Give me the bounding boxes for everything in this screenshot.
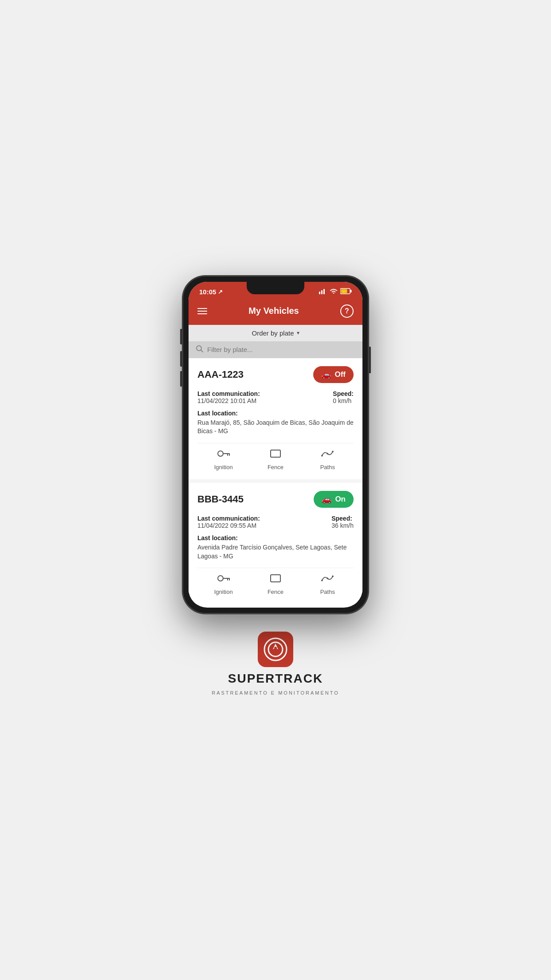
fence-icon bbox=[269, 573, 282, 586]
communication-value: 11/04/2022 09:55 AM bbox=[197, 522, 323, 529]
paths-icon bbox=[321, 449, 334, 461]
page-wrapper: 10:05 ↗ bbox=[138, 258, 413, 722]
paths-button[interactable]: Paths bbox=[310, 573, 345, 595]
chevron-down-icon: ▾ bbox=[297, 330, 299, 336]
key-icon bbox=[217, 449, 230, 461]
vehicle-plate: BBB-3445 bbox=[197, 494, 244, 505]
location-text: Rua Marajó, 85, São Joaquim de Bicas, Sã… bbox=[197, 419, 354, 436]
ignition-button[interactable]: Ignition bbox=[206, 449, 241, 470]
svg-point-23 bbox=[327, 577, 328, 579]
status-badge: 🚗 On bbox=[314, 491, 354, 508]
status-badge: 🚗 Off bbox=[313, 366, 354, 383]
car-icon: 🚗 bbox=[321, 370, 331, 379]
svg-rect-21 bbox=[271, 575, 280, 582]
svg-point-28 bbox=[274, 647, 277, 649]
location-text: Avenida Padre Tarcísio Gonçalves, Sete L… bbox=[197, 543, 354, 561]
vehicle-card: AAA-1223 🚗 Off Last communication: 11/04… bbox=[189, 358, 362, 479]
svg-rect-4 bbox=[350, 290, 352, 292]
status-time: 10:05 ↗ bbox=[199, 288, 223, 296]
speed-label: Speed: bbox=[333, 390, 354, 397]
key-icon bbox=[217, 573, 230, 586]
vehicle-header: AAA-1223 🚗 Off bbox=[197, 366, 354, 383]
speed-value: 0 km/h bbox=[333, 397, 354, 404]
vehicles-list: AAA-1223 🚗 Off Last communication: 11/04… bbox=[189, 358, 362, 604]
sort-bar[interactable]: Order by plate ▾ bbox=[189, 325, 362, 341]
sort-label: Order by plate bbox=[252, 329, 294, 337]
paths-icon bbox=[321, 573, 334, 586]
header-title: My Vehicles bbox=[248, 306, 299, 316]
communication-label: Last communication: bbox=[197, 390, 324, 397]
phone-screen: 10:05 ↗ bbox=[189, 282, 362, 608]
wifi-icon bbox=[330, 288, 338, 296]
brand-subtitle: RASTREAMENTO E MONITORAMENTO bbox=[212, 690, 339, 695]
fence-button[interactable]: Fence bbox=[258, 573, 293, 595]
svg-point-17 bbox=[218, 576, 223, 581]
search-icon bbox=[196, 345, 204, 355]
svg-rect-13 bbox=[271, 450, 280, 457]
search-bar bbox=[189, 341, 362, 358]
vehicle-plate: AAA-1223 bbox=[197, 369, 244, 380]
svg-point-22 bbox=[321, 580, 323, 581]
svg-line-8 bbox=[201, 350, 203, 352]
help-button[interactable]: ? bbox=[340, 304, 354, 318]
svg-point-16 bbox=[332, 450, 334, 452]
app-header: My Vehicles ? bbox=[189, 299, 362, 325]
location-arrow-icon: ↗ bbox=[218, 288, 223, 295]
search-input[interactable] bbox=[207, 346, 355, 353]
vehicle-card: BBB-3445 🚗 On Last communication: 11/04/… bbox=[189, 483, 362, 604]
svg-text:⚡: ⚡ bbox=[342, 289, 347, 294]
vehicle-info: Last communication: 11/04/2022 10:01 AM … bbox=[197, 390, 354, 404]
status-icons: ⚡ bbox=[319, 288, 352, 296]
svg-rect-1 bbox=[321, 290, 323, 294]
vehicle-info: Last communication: 11/04/2022 09:55 AM … bbox=[197, 515, 354, 529]
time-display: 10:05 bbox=[199, 288, 216, 296]
fence-label: Fence bbox=[268, 464, 283, 470]
branding: SUPERTRACK RASTREAMENTO E MONITORAMENTO bbox=[212, 632, 339, 695]
svg-point-15 bbox=[327, 453, 328, 454]
signal-icon bbox=[319, 288, 327, 296]
car-icon: 🚗 bbox=[322, 494, 331, 504]
location-label: Last location: bbox=[197, 410, 354, 417]
hamburger-menu-button[interactable] bbox=[197, 308, 207, 314]
ignition-button[interactable]: Ignition bbox=[206, 573, 241, 595]
status-text: On bbox=[335, 495, 346, 504]
svg-point-14 bbox=[321, 455, 323, 457]
svg-point-9 bbox=[218, 451, 223, 456]
location-section: Last location: Avenida Padre Tarcísio Go… bbox=[197, 534, 354, 561]
phone-shell: 10:05 ↗ bbox=[182, 276, 369, 614]
location-section: Last location: Rua Marajó, 85, São Joaqu… bbox=[197, 410, 354, 436]
svg-rect-0 bbox=[319, 292, 320, 294]
status-bar: 10:05 ↗ bbox=[189, 282, 362, 299]
speed-label: Speed: bbox=[331, 515, 354, 522]
paths-label: Paths bbox=[320, 464, 335, 470]
communication-label: Last communication: bbox=[197, 515, 323, 522]
brand-name: SUPERTRACK bbox=[228, 672, 323, 686]
status-text: Off bbox=[335, 370, 346, 379]
vehicle-header: BBB-3445 🚗 On bbox=[197, 491, 354, 508]
location-label: Last location: bbox=[197, 534, 354, 541]
ignition-label: Ignition bbox=[214, 464, 233, 470]
brand-logo bbox=[258, 632, 293, 667]
fence-label: Fence bbox=[268, 589, 283, 595]
paths-label: Paths bbox=[320, 589, 335, 595]
speed-value: 36 km/h bbox=[331, 522, 354, 529]
svg-rect-2 bbox=[323, 289, 325, 294]
notch bbox=[247, 282, 304, 294]
svg-point-24 bbox=[332, 576, 334, 577]
fence-icon bbox=[269, 449, 282, 461]
action-buttons: Ignition Fence bbox=[197, 443, 354, 474]
fence-button[interactable]: Fence bbox=[258, 449, 293, 470]
battery-icon: ⚡ bbox=[340, 288, 352, 296]
action-buttons: Ignition Fence bbox=[197, 568, 354, 599]
communication-value: 11/04/2022 10:01 AM bbox=[197, 397, 324, 404]
paths-button[interactable]: Paths bbox=[310, 449, 345, 470]
ignition-label: Ignition bbox=[214, 589, 233, 595]
